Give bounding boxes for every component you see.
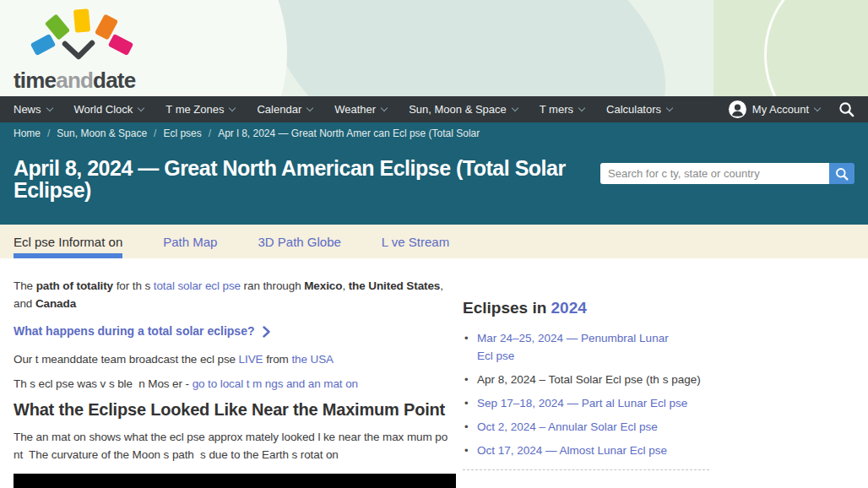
city-search-button[interactable] <box>829 163 854 184</box>
chevron-down-icon <box>512 104 518 111</box>
chevron-down-icon <box>46 104 52 111</box>
page-title: April 8, 2024 — Great North American Ecl… <box>14 157 566 201</box>
tab-live-stream[interactable]: L ve Stream <box>382 225 449 258</box>
tab-eclipse-information[interactable]: Ecl pse Informat on <box>14 225 122 258</box>
list-item: Oct 2, 2024 – Annular Solar Ecl pse <box>463 418 709 436</box>
header-decor-arc <box>764 0 868 96</box>
city-search <box>600 163 854 184</box>
page-tabs: Ecl pse Informat on Path Map 3D Path Glo… <box>0 225 868 258</box>
chevron-down-icon <box>229 104 236 111</box>
breadcrumb-sun-moon-space[interactable]: Sun, Moon & Space <box>57 127 147 139</box>
article-column: The path of totality for th s total sola… <box>14 277 456 488</box>
tab-path-map[interactable]: Path Map <box>163 225 217 258</box>
hero-section: Home / Sun, Moon & Space / Ecl pses / Ap… <box>0 122 868 225</box>
search-icon <box>835 167 849 181</box>
chevron-down-icon <box>381 104 388 111</box>
chevron-right-icon <box>263 326 270 338</box>
link-oct-2-eclipse[interactable]: Oct 2, 2024 – Annular Solar Ecl pse <box>477 420 658 433</box>
link-sep-17-18-eclipse[interactable]: Sep 17–18, 2024 — Part al Lunar Ecl pse <box>477 397 687 409</box>
eclipse-list: Mar 24–25, 2024 — Penumbral Lunar Ecl ps… <box>463 329 709 459</box>
sidebar-column: Eclipses in 2024 Mar 24–25, 2024 — Penum… <box>463 277 709 488</box>
broadcast-paragraph: Our t meanddate team broadcast the ecl p… <box>14 350 456 368</box>
breadcrumb: Home / Sun, Moon & Space / Ecl pses / Ap… <box>0 122 868 144</box>
chevron-down-icon <box>814 104 821 111</box>
tab-3d-path-globe[interactable]: 3D Path Globe <box>258 225 340 258</box>
nav-item-calculators[interactable]: Calculators <box>606 103 672 116</box>
visibility-paragraph: Th s ecl pse was v s ble n Mos er - go t… <box>14 375 456 393</box>
city-search-input[interactable] <box>600 163 829 184</box>
intro-paragraph: The path of totality for th s total sola… <box>14 277 456 312</box>
chevron-down-icon <box>666 104 673 111</box>
list-item: Sep 17–18, 2024 — Part al Lunar Ecl pse <box>463 394 709 412</box>
nav-item-world-clock[interactable]: World Clock <box>74 103 144 116</box>
sidebar-heading: Eclipses in 2024 <box>463 299 709 317</box>
eclipse-animation-player[interactable] <box>14 474 456 488</box>
link-oct-17-eclipse[interactable]: Oct 17, 2024 — Almost Lunar Ecl pse <box>477 444 667 457</box>
animation-description: The an mat on shows what the ecl pse app… <box>14 428 456 464</box>
nav-search-button[interactable] <box>838 101 854 117</box>
user-icon <box>729 100 746 118</box>
site-logo[interactable]: timeanddate <box>14 5 157 91</box>
list-item: Mar 24–25, 2024 — Penumbral Lunar Ecl ps… <box>463 329 709 365</box>
current-page-item: Apr 8, 2024 – Total Solar Ecl pse (th s … <box>477 373 701 386</box>
link-the-usa[interactable]: the USA <box>291 353 334 366</box>
nav-item-news[interactable]: News <box>14 103 52 116</box>
search-icon <box>838 101 854 117</box>
chevron-down-icon <box>578 104 585 111</box>
nav-item-time-zones[interactable]: T me Zones <box>165 103 235 116</box>
list-item: Oct 17, 2024 — Almost Lunar Ecl pse <box>463 442 709 459</box>
header-decor-shape <box>236 0 702 96</box>
breadcrumb-home[interactable]: Home <box>14 127 41 139</box>
nav-item-sun-moon-space[interactable]: Sun, Moon & Space <box>409 103 518 116</box>
chevron-down-icon <box>138 104 144 111</box>
site-header: timeanddate <box>0 0 868 96</box>
main-navigation: News World Clock T me Zones Calendar Wea… <box>0 96 868 122</box>
nav-item-weather[interactable]: Weather <box>334 103 387 116</box>
list-item: Apr 8, 2024 – Total Solar Ecl pse (th s … <box>463 371 709 388</box>
nav-item-calendar[interactable]: Calendar <box>257 103 312 116</box>
link-total-solar-eclipse[interactable]: total solar ecl pse <box>154 279 241 292</box>
link-mar-24-25-eclipse[interactable]: Mar 24–25, 2024 — Penumbral Lunar Ecl ps… <box>477 332 669 362</box>
logo-wordmark: timeanddate <box>14 69 157 91</box>
breadcrumb-eclipses[interactable]: Ecl pses <box>163 127 201 139</box>
link-local-timings-animation[interactable]: go to local t m ngs and an mat on <box>193 377 358 390</box>
dashed-divider <box>463 469 709 470</box>
nav-my-account[interactable]: My Account <box>729 100 820 118</box>
section-heading: What the Eclipse Looked Like Near the Ma… <box>14 400 456 420</box>
chevron-down-icon <box>307 104 313 111</box>
logo-confetti-icon <box>14 5 142 66</box>
link-live[interactable]: LIVE <box>239 353 263 366</box>
page: timeanddate News World Clock T me Zones … <box>0 0 868 488</box>
question-link[interactable]: What happens during a total solar eclips… <box>14 323 456 340</box>
nav-item-timers[interactable]: T mers <box>540 103 584 116</box>
breadcrumb-current-page: Apr l 8, 2024 — Great North Amer can Ecl… <box>218 127 480 139</box>
link-year-2024[interactable]: 2024 <box>551 299 587 317</box>
content-area: The path of totality for th s total sola… <box>0 258 868 488</box>
